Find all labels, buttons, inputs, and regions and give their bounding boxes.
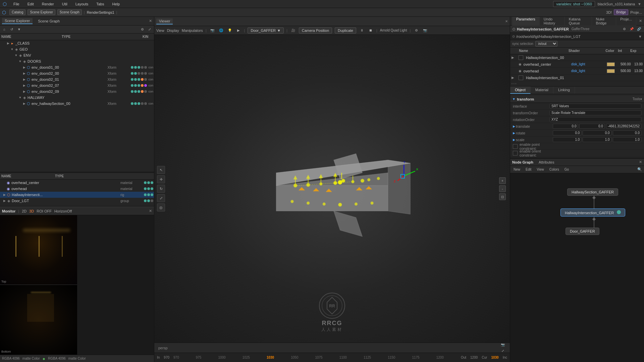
tree-row-doors[interactable]: ▼ ◈ DOORS: [0, 58, 154, 64]
se-refresh-icon[interactable]: ↺: [9, 26, 15, 33]
camera-icon[interactable]: 📷: [209, 27, 215, 34]
catalog-button[interactable]: Catalog: [9, 9, 25, 15]
rotation-order-value[interactable]: XYZ: [550, 117, 641, 122]
gaffer-dropdown[interactable]: Door_GAFFER ▼: [248, 27, 283, 34]
scene-explorer-button[interactable]: Scene Explorer: [28, 9, 55, 15]
sync-select[interactable]: in/out in only out only: [535, 41, 557, 47]
view-mode[interactable]: View: [156, 28, 164, 33]
link-btn[interactable]: 🔗: [636, 26, 642, 32]
manipulators-mode[interactable]: Manipulators: [182, 28, 203, 33]
tree-row-hallway-section[interactable]: ▶ ⬡ env_hallwaySection_00 Xform con: [0, 101, 154, 107]
ng-colors[interactable]: Colors: [548, 167, 560, 172]
rotate-y[interactable]: 0.0: [583, 130, 611, 135]
fit-btn[interactable]: ⊡: [499, 193, 506, 200]
se-settings-icon[interactable]: ⚙: [139, 26, 145, 33]
interface-value[interactable]: SRT Values: [550, 104, 641, 109]
roi-control[interactable]: ROI OFF: [37, 209, 52, 213]
table-row-overhead-center[interactable]: ◉ overhead_center disk_light 500.00 13.0…: [510, 61, 644, 68]
tree-row-doors02-00[interactable]: ▶ ⬡ env_doors02_00 Xform con: [0, 70, 154, 76]
stop-icon[interactable]: ⏹: [368, 27, 374, 34]
pause-icon[interactable]: ⏸: [359, 27, 365, 34]
right-panel-close[interactable]: ✕: [639, 19, 642, 23]
mode-2d[interactable]: 2D: [22, 209, 26, 213]
tree-row-env[interactable]: ▼ ◈ ENV: [0, 52, 154, 58]
rotate-x[interactable]: 0.0: [553, 130, 581, 135]
menu-help[interactable]: Help: [111, 1, 121, 7]
light-icon[interactable]: 💡: [227, 27, 233, 34]
tab-nuke-bridge[interactable]: Nuke Bridge: [592, 17, 616, 26]
tree-row-doors02-07[interactable]: ▶ ⬡ env_doors02_07 Xform con: [0, 82, 154, 88]
tree-row-doors02-09[interactable]: ▶ ⬡ env_doors02_09 Xform con: [0, 88, 154, 95]
duplicate-btn[interactable]: Duplicate: [335, 27, 356, 34]
tab-undo-history[interactable]: Undo History: [540, 17, 565, 26]
tab-scene-explorer[interactable]: Scene Explorer: [2, 18, 33, 24]
node-hallway-section[interactable]: HallwaySection_GAFFER: [567, 188, 618, 196]
point-constraint-checkbox[interactable]: [513, 144, 518, 149]
pin-btn[interactable]: 📌: [629, 26, 635, 32]
translate-x[interactable]: 0.0: [553, 124, 578, 129]
viewport[interactable]: X Y Z ↖ ✛ ↻ ⤢ ◎ + - ⊡: [154, 35, 510, 343]
ng-search-icon[interactable]: 🔍: [637, 167, 642, 172]
scale-x[interactable]: 1.0: [553, 137, 581, 142]
tab-parameters[interactable]: Parameters: [512, 17, 540, 26]
zoom-in-btn[interactable]: +: [499, 177, 506, 184]
path-dropdown[interactable]: ▼: [638, 35, 642, 39]
render-icon[interactable]: ▶: [235, 27, 241, 34]
translate-y[interactable]: 0.0: [579, 124, 604, 129]
transform-order-value[interactable]: Scale Rotate Translate: [550, 110, 641, 115]
menu-layouts[interactable]: Layouts: [74, 1, 90, 7]
tab-katana-queue[interactable]: Katana Queue: [565, 17, 592, 26]
settings-icon[interactable]: ⚙: [413, 27, 419, 34]
orient-constraint-checkbox[interactable]: [513, 151, 518, 156]
scene-graph-button[interactable]: Scene Graph: [57, 9, 82, 15]
cam-icon[interactable]: 🎥: [290, 27, 296, 34]
settings-btn[interactable]: ⚙: [621, 26, 627, 32]
subrow-hallway-intersect[interactable]: ▶ ⬡ HallwayIntersecti... rig: [0, 192, 154, 198]
camera-position-btn[interactable]: Camera Position: [299, 27, 332, 34]
tab-material[interactable]: Material: [531, 86, 553, 94]
ng-new[interactable]: New: [512, 167, 522, 172]
tree-row-class[interactable]: ▶ ▸ _CLASS: [0, 40, 154, 46]
tab-proje[interactable]: Proje...: [616, 17, 636, 26]
menu-render[interactable]: Render: [41, 1, 55, 7]
tab-object[interactable]: Object: [510, 86, 531, 94]
menu-tabs[interactable]: Tabs: [95, 1, 105, 7]
select-tool[interactable]: ↖: [157, 166, 165, 174]
transform-header[interactable]: ▼ transform Tools▾: [510, 96, 644, 103]
tree-row-hallway[interactable]: ▼ ◈ HALLWAY: [0, 95, 154, 101]
se-close-icon[interactable]: ✕: [149, 19, 152, 23]
node-door[interactable]: Door_GAFFER: [566, 228, 599, 235]
rotate-tool[interactable]: ↻: [157, 185, 165, 193]
se-home-icon[interactable]: ⌂: [1, 26, 7, 33]
menu-util[interactable]: Util: [61, 1, 69, 7]
viewer-close[interactable]: ✕: [505, 19, 508, 23]
translate-z[interactable]: -4661.312892342252: [606, 124, 641, 129]
mode-3d-mon[interactable]: 3D: [29, 209, 34, 213]
monitor-close[interactable]: ✕: [149, 209, 152, 213]
se-expand-icon[interactable]: ⤢: [147, 26, 153, 33]
ng-edit[interactable]: Edit: [524, 167, 533, 172]
table-row-hi00[interactable]: ▶ HallwayIntersection_00: [510, 54, 644, 61]
ng-go[interactable]: Go: [563, 167, 570, 172]
tab-linking[interactable]: Linking: [553, 86, 575, 94]
attributes-tab[interactable]: Attributes: [539, 160, 554, 164]
node-hallway-intersection[interactable]: HallwayIntersection_GAFFER: [560, 208, 625, 217]
transform-tools-label[interactable]: Tools▾: [633, 97, 642, 101]
tree-row-doors02-01[interactable]: ▶ ⬡ env_doors02_01 Xform con: [0, 76, 154, 82]
node-graph-close[interactable]: ✕: [639, 160, 642, 164]
tree-row-doors01-00[interactable]: ▶ ⬡ env_doors01_00 Xform con: [0, 64, 154, 70]
globe-icon[interactable]: 🌐: [218, 27, 224, 34]
zoom-out-btn[interactable]: -: [499, 185, 506, 192]
table-row-overhead[interactable]: ◉ overhead disk_light 500.00 13.00: [510, 68, 644, 74]
capture-icon[interactable]: 📷: [500, 342, 506, 348]
subrow-door-lgt[interactable]: ▶ ◈ Door_LGT group: [0, 198, 154, 204]
menu-file[interactable]: File: [12, 1, 21, 7]
move-tool[interactable]: ✛: [157, 175, 165, 183]
table-row-hi01[interactable]: ▶ HallwayIntersection_01: [510, 74, 644, 81]
tab-viewer[interactable]: Viewer: [156, 18, 173, 24]
scale-z[interactable]: 1.0: [613, 137, 641, 142]
se-filter-icon[interactable]: ▼: [16, 26, 22, 33]
camera-tool[interactable]: ◎: [157, 203, 165, 212]
scale-tool[interactable]: ⤢: [157, 194, 165, 202]
tree-row-geo[interactable]: ▼ ◈ GEO: [0, 46, 154, 52]
